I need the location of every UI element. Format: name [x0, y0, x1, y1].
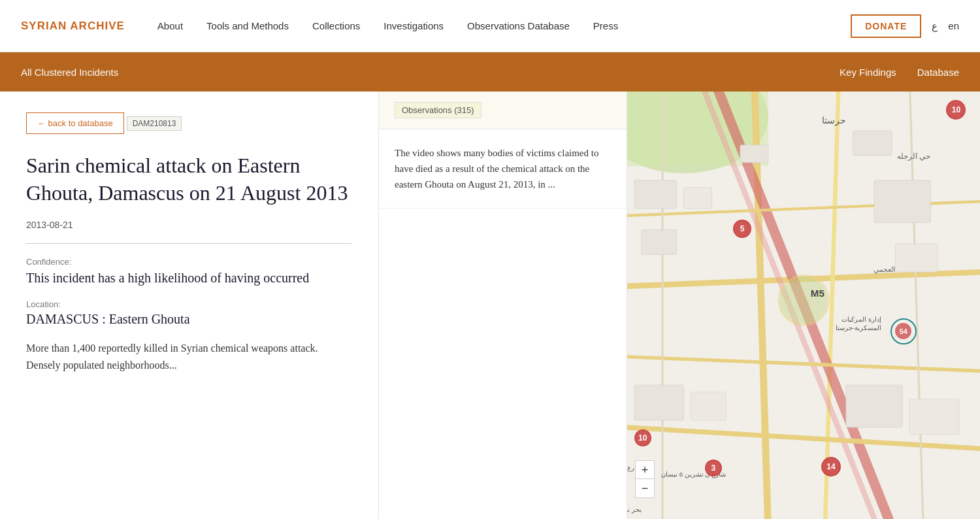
map-svg: M5 حرستا حي ا: [627, 92, 980, 519]
svg-rect-23: [909, 399, 959, 435]
svg-rect-19: [895, 244, 938, 272]
observation-text: The video shows many bodies of victims c…: [395, 145, 611, 192]
cluster-5[interactable]: 5: [733, 220, 751, 238]
svg-text:العجمي: العجمي: [874, 265, 895, 274]
key-findings-link[interactable]: Key Findings: [840, 67, 896, 78]
database-link[interactable]: Database: [917, 67, 959, 78]
svg-rect-22: [846, 385, 902, 427]
svg-point-8: [779, 276, 828, 326]
nav-about[interactable]: About: [146, 20, 195, 31]
zoom-out-button[interactable]: −: [636, 479, 654, 497]
incident-title: Sarin chemical attack on Eastern Ghouta,…: [26, 152, 352, 207]
left-panel: ← back to database DAM210813 Sarin chemi…: [0, 92, 379, 519]
cluster-5-label: 5: [740, 224, 745, 233]
brown-bar-current: All Clustered Incidents: [21, 67, 118, 78]
svg-text:إدارة المركبات: إدارة المركبات: [841, 316, 881, 324]
incident-id-badge: DAM210813: [127, 116, 182, 131]
svg-rect-25: [853, 131, 892, 156]
observations-tab[interactable]: Observations (315): [379, 92, 627, 129]
nav-press[interactable]: Press: [581, 20, 630, 31]
cluster-54[interactable]: 54: [890, 318, 917, 344]
cluster-14-label: 14: [826, 462, 835, 471]
middle-panel: Observations (315) The video shows many …: [379, 92, 627, 519]
nav-tools[interactable]: Tools and Methods: [195, 20, 301, 31]
svg-text:حرستا: حرستا: [822, 115, 846, 126]
cluster-3[interactable]: 3: [705, 460, 722, 477]
cluster-10-label: 10: [952, 105, 960, 114]
nav-observations[interactable]: Observations Database: [455, 20, 581, 31]
cluster-10b[interactable]: 10: [634, 429, 651, 446]
cluster-54-inner: 54: [895, 323, 911, 339]
svg-text:بحر نور: بحر نور: [627, 506, 642, 514]
confidence-label: Confidence:: [26, 257, 352, 267]
nav-collections[interactable]: Collections: [301, 20, 372, 31]
map-controls: + −: [635, 460, 655, 498]
svg-rect-20: [634, 385, 684, 420]
zoom-in-button[interactable]: +: [636, 461, 654, 479]
site-logo[interactable]: SYRIAN ARCHIVE: [21, 20, 125, 33]
svg-rect-16: [683, 188, 711, 209]
svg-text:المسكرية-حرستا: المسكرية-حرستا: [836, 324, 881, 332]
brown-bar: All Clustered Incidents Key Findings Dat…: [0, 52, 980, 92]
svg-text:M5: M5: [811, 288, 825, 299]
svg-rect-21: [691, 392, 726, 420]
svg-rect-24: [740, 145, 768, 163]
divider: [26, 243, 352, 244]
observations-tab-label: Observations (315): [395, 102, 482, 118]
observation-item: The video shows many bodies of victims c…: [379, 129, 627, 209]
brown-bar-nav: Key Findings Database: [840, 67, 959, 78]
svg-rect-15: [634, 180, 677, 209]
nav-links: About Tools and Methods Collections Inve…: [146, 20, 851, 31]
incident-description: More than 1,400 reportedly killed in Syr…: [26, 340, 352, 373]
cluster-10b-label: 10: [638, 433, 647, 443]
cluster-14[interactable]: 14: [821, 457, 841, 477]
lang-english[interactable]: en: [948, 20, 959, 31]
location-value: DAMASCUS : Eastern Ghouta: [26, 312, 352, 327]
incident-date: 2013-08-21: [26, 220, 352, 230]
svg-rect-17: [642, 229, 677, 254]
donate-button[interactable]: DONATE: [851, 14, 921, 38]
cluster-3-label: 3: [711, 463, 715, 473]
nav-investigations[interactable]: Investigations: [372, 20, 455, 31]
navbar: SYRIAN ARCHIVE About Tools and Methods C…: [0, 0, 980, 52]
svg-rect-18: [874, 180, 930, 223]
confidence-value: This incident has a high likelihood of h…: [26, 269, 352, 286]
main-layout: ← back to database DAM210813 Sarin chemi…: [0, 92, 980, 519]
nav-right: DONATE ع en: [851, 14, 959, 38]
back-to-database-button[interactable]: ← back to database: [26, 112, 124, 134]
svg-text:حي الرجله: حي الرجله: [897, 152, 930, 161]
map-panel: M5 حرستا حي ا: [627, 92, 980, 519]
map-container[interactable]: M5 حرستا حي ا: [627, 92, 980, 519]
lang-arabic[interactable]: ع: [932, 20, 938, 32]
location-label: Location:: [26, 299, 352, 309]
